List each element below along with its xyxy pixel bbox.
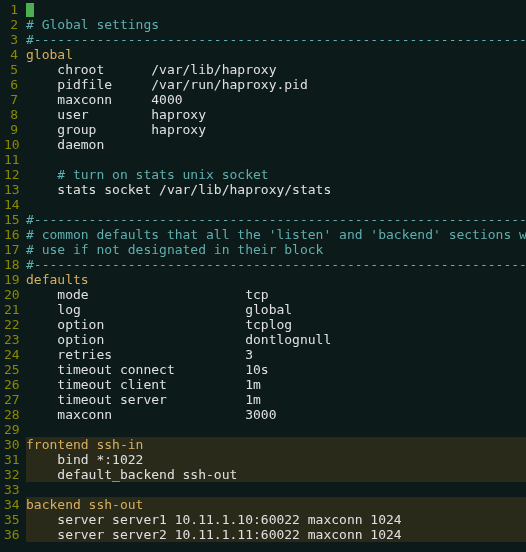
line-number: 10 [4,137,18,152]
code-line[interactable]: #---------------------------------------… [26,257,526,272]
code-line[interactable]: group haproxy [26,122,526,137]
line-number-gutter: 1234567891011121314151617181920212223242… [0,0,22,552]
line-number: 31 [4,452,18,467]
code-line[interactable]: timeout server 1m [26,392,526,407]
line-number: 24 [4,347,18,362]
code-line[interactable]: frontend ssh-in [26,437,526,452]
code-line[interactable]: server server2 10.11.1.11:60022 maxconn … [26,527,526,542]
line-number: 35 [4,512,18,527]
line-number: 4 [4,47,18,62]
line-number: 7 [4,92,18,107]
code-line[interactable]: stats socket /var/lib/haproxy/stats [26,182,526,197]
line-number: 9 [4,122,18,137]
line-number: 12 [4,167,18,182]
code-line[interactable]: #---------------------------------------… [26,212,526,227]
code-line[interactable]: default_backend ssh-out [26,467,526,482]
line-number: 29 [4,422,18,437]
code-line[interactable]: #---------------------------------------… [26,32,526,47]
code-editor[interactable]: 1234567891011121314151617181920212223242… [0,0,526,552]
line-number: 21 [4,302,18,317]
line-number: 19 [4,272,18,287]
code-line[interactable]: option dontlognull [26,332,526,347]
code-line[interactable]: timeout client 1m [26,377,526,392]
code-line[interactable] [26,482,526,497]
cursor [26,3,34,17]
line-number: 28 [4,407,18,422]
code-line[interactable]: global [26,47,526,62]
code-line[interactable]: # use if not designated in their block [26,242,526,257]
line-number: 5 [4,62,18,77]
code-line[interactable]: # Global settings [26,17,526,32]
code-line[interactable]: maxconn 3000 [26,407,526,422]
line-number: 2 [4,17,18,32]
code-line[interactable]: chroot /var/lib/haproxy [26,62,526,77]
line-number: 1 [4,2,18,17]
line-number: 33 [4,482,18,497]
line-number: 8 [4,107,18,122]
code-line[interactable]: maxconn 4000 [26,92,526,107]
code-line[interactable]: retries 3 [26,347,526,362]
line-number: 26 [4,377,18,392]
line-number: 11 [4,152,18,167]
line-number: 36 [4,527,18,542]
code-line[interactable]: pidfile /var/run/haproxy.pid [26,77,526,92]
line-number: 17 [4,242,18,257]
line-number: 16 [4,227,18,242]
code-line[interactable] [26,152,526,167]
code-line[interactable]: user haproxy [26,107,526,122]
code-line[interactable] [26,2,526,17]
line-number: 18 [4,257,18,272]
line-number: 14 [4,197,18,212]
code-line[interactable]: server server1 10.11.1.10:60022 maxconn … [26,512,526,527]
line-number: 3 [4,32,18,47]
code-line[interactable]: defaults [26,272,526,287]
code-line[interactable]: daemon [26,137,526,152]
code-line[interactable] [26,422,526,437]
line-number: 15 [4,212,18,227]
line-number: 13 [4,182,18,197]
line-number: 6 [4,77,18,92]
code-line[interactable]: option tcplog [26,317,526,332]
code-line[interactable]: mode tcp [26,287,526,302]
code-area[interactable]: # Global settings#----------------------… [22,0,526,552]
code-line[interactable]: # turn on stats unix socket [26,167,526,182]
line-number: 20 [4,287,18,302]
code-line[interactable] [26,197,526,212]
code-line[interactable]: log global [26,302,526,317]
line-number: 30 [4,437,18,452]
line-number: 32 [4,467,18,482]
code-line[interactable]: # common defaults that all the 'listen' … [26,227,526,242]
line-number: 34 [4,497,18,512]
line-number: 25 [4,362,18,377]
code-line[interactable]: backend ssh-out [26,497,526,512]
line-number: 22 [4,317,18,332]
line-number: 23 [4,332,18,347]
line-number: 27 [4,392,18,407]
code-line[interactable]: timeout connect 10s [26,362,526,377]
code-line[interactable]: bind *:1022 [26,452,526,467]
